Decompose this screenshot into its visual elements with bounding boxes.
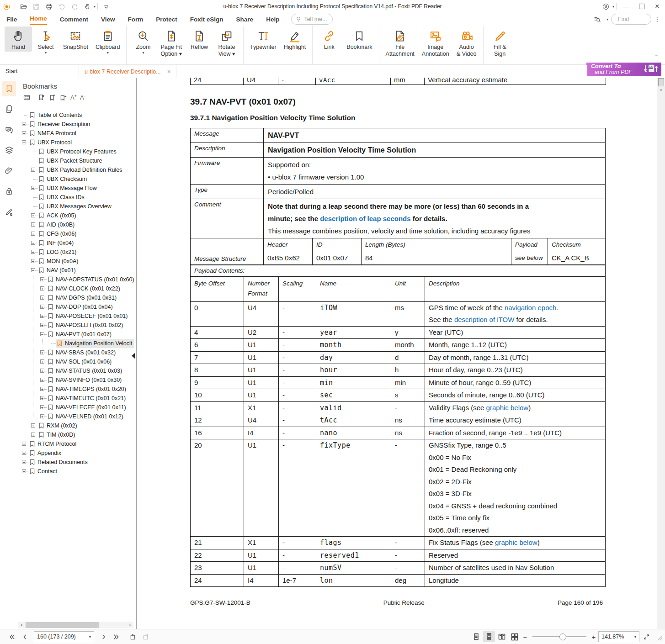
image-annotation-button[interactable]: ImageAnnotation	[418, 26, 453, 58]
bookmark-item[interactable]: UBX Class IDs	[18, 193, 136, 202]
page-fit-option-button[interactable]: Page FitOption ▾	[157, 26, 186, 58]
menu-tab-protect[interactable]: Protect	[156, 14, 177, 25]
bookmarks-nav-icon[interactable]	[2, 81, 16, 96]
doc-link[interactable]: description of iTOW	[454, 316, 514, 323]
delete-bookmark-icon[interactable]	[37, 94, 45, 101]
hscroll-thumb[interactable]	[26, 622, 99, 628]
bookmark-item[interactable]: +UBX Message Flow	[18, 184, 136, 193]
document-tab-active[interactable]: u-blox 7 Receiver Descriptio...×	[79, 65, 176, 78]
highlight-button[interactable]: Highlight	[280, 26, 310, 52]
clipboard-button[interactable]: Clipboard▾	[92, 26, 124, 56]
expand-toggle[interactable]: +	[31, 241, 35, 245]
expand-toggle[interactable]: +	[31, 213, 35, 217]
zoom-level-field[interactable]: 141.87% ▾	[598, 631, 639, 642]
bookmark-item[interactable]: +INF (0x04)	[18, 238, 136, 248]
expand-toggle[interactable]: +	[31, 186, 35, 190]
collapse-toggle[interactable]: −	[40, 332, 44, 336]
expand-toggle[interactable]: +	[40, 359, 44, 364]
collapse-toggle[interactable]: −	[31, 268, 35, 272]
expand-toggle[interactable]: +	[40, 296, 44, 300]
zoom-out-icon[interactable]: −	[522, 633, 528, 641]
expand-toggle[interactable]: +	[40, 414, 44, 418]
last-page-icon[interactable]	[111, 632, 122, 642]
close-tab-icon[interactable]: ×	[167, 68, 171, 75]
bookmark-item[interactable]: +Receiver Description	[18, 120, 136, 129]
expand-toggle[interactable]: +	[31, 423, 35, 428]
doc-link[interactable]: navigation epoch.	[505, 304, 559, 311]
expand-toggle[interactable]: +	[40, 286, 44, 290]
expand-font-icon[interactable]: A+	[70, 94, 77, 101]
expand-toggle[interactable]: +	[40, 396, 44, 400]
undo-icon[interactable]	[57, 1, 67, 11]
bookmark-item[interactable]: +NAV-VELECEF (0x01 0x11)	[18, 403, 136, 412]
bookmark-item[interactable]: +NAV-POSECEF (0x01 0x01)	[18, 311, 136, 321]
bookmark-item[interactable]: +CFG (0x06)	[18, 229, 136, 238]
expand-toggle[interactable]: +	[31, 250, 35, 254]
bookmark-item[interactable]: UBX Messages Overview	[18, 202, 136, 211]
page-field-caret[interactable]: ▾	[89, 635, 91, 639]
continuous-view-icon[interactable]	[483, 631, 495, 642]
expand-toggle[interactable]: +	[22, 451, 26, 455]
bookmark-item[interactable]: +MON (0x0A)	[18, 257, 136, 266]
open-file-icon[interactable]	[18, 1, 28, 11]
facing-view-icon[interactable]	[496, 631, 508, 642]
account-caret[interactable]: ▾	[612, 5, 614, 9]
expand-toggle[interactable]: +	[40, 314, 44, 318]
first-page-icon[interactable]	[6, 632, 17, 642]
more-options-dots-icon[interactable]: ⋮	[654, 16, 660, 23]
doc-link[interactable]: graphic below	[495, 538, 537, 546]
snapshot-button[interactable]: SnapShot	[59, 26, 92, 52]
file-attachment-button[interactable]: FileAttachment	[382, 26, 418, 58]
find-input[interactable]	[617, 16, 647, 23]
bookmark-item[interactable]: UBX Packet Structure	[18, 156, 136, 165]
bookmark-item[interactable]: +NAV-TIMEUTC (0x01 0x21)	[18, 394, 136, 403]
expand-toggle[interactable]: +	[40, 387, 44, 391]
collapse-ribbon-chevron-icon[interactable]: ⌃	[654, 54, 659, 60]
page-number-field[interactable]: 160 (173 / 209) ▾	[34, 631, 94, 642]
bookmark-item[interactable]: +NAV-SBAS (0x01 0x32)	[18, 348, 136, 357]
bookmarks-hscrollbar[interactable]: ‹ ›	[18, 622, 133, 628]
redo-icon[interactable]	[69, 1, 80, 11]
expand-toggle[interactable]: +	[22, 122, 26, 126]
zoom-slider-knob[interactable]	[559, 633, 566, 640]
bookmark-item[interactable]: +NAV-SVINFO (0x01 0x30)	[18, 375, 136, 385]
expand-toggle[interactable]: +	[31, 232, 35, 236]
bookmark-item[interactable]: +NAV-CLOCK (0x01 0x22)	[18, 284, 136, 293]
document-tab-start[interactable]: Start	[0, 65, 79, 78]
rotate-view-button[interactable]: RotateView ▾	[213, 26, 240, 58]
tell-me-search[interactable]: Tell me...	[291, 14, 333, 25]
expand-toggle[interactable]: +	[31, 433, 35, 437]
bookmark-item[interactable]: +NAV-AOPSTATUS (0x01 0x60)	[18, 275, 136, 284]
comments-nav-icon[interactable]	[2, 122, 16, 137]
vscroll-up-arrow-icon[interactable]: ⌃	[657, 89, 665, 94]
expand-toggle[interactable]: +	[31, 222, 35, 227]
bookmark-item[interactable]: Table of Contents	[18, 111, 136, 120]
bookmark-item[interactable]: +NAV-DGPS (0x01 0x31)	[18, 293, 136, 302]
print-icon[interactable]	[44, 1, 54, 11]
maximize-button[interactable]	[634, 0, 649, 13]
bookmark-item[interactable]: +UBX Payload Definition Rules	[18, 165, 136, 174]
hand-button[interactable]: Hand	[5, 26, 32, 52]
bookmark-item[interactable]: −NAV-PVT (0x01 0x07)	[18, 330, 136, 339]
bookmark-item[interactable]: +Contact	[18, 467, 136, 476]
bookmark-item[interactable]: +RTCM Protocol	[18, 439, 136, 449]
previous-view-icon[interactable]	[127, 632, 138, 642]
zoom-field-caret[interactable]: ▾	[634, 635, 636, 639]
expand-toggle[interactable]: +	[22, 442, 26, 446]
save-icon[interactable]	[31, 1, 41, 11]
bookmark-item[interactable]: +TIM (0x0D)	[18, 430, 136, 439]
doc-link[interactable]: graphic below	[486, 404, 529, 412]
menu-tab-home[interactable]: Home	[30, 13, 47, 25]
signature-nav-icon[interactable]	[2, 204, 16, 220]
layers-nav-icon[interactable]	[2, 143, 16, 158]
bookmark-item[interactable]: −UBX Protocol	[18, 138, 136, 147]
menu-tab-form[interactable]: Form	[128, 14, 144, 25]
vscroll-thumb[interactable]	[658, 78, 664, 86]
security-nav-icon[interactable]	[2, 184, 16, 199]
advanced-search-caret[interactable]: ▾	[606, 17, 608, 21]
bookmark-item[interactable]: +Related Documents	[18, 458, 136, 467]
audio-video-button[interactable]: Audio& Video	[453, 26, 480, 58]
expand-toggle[interactable]: +	[22, 469, 26, 473]
expand-toggle[interactable]: +	[31, 168, 35, 172]
bookmark-item[interactable]: +NMEA Protocol	[18, 129, 136, 138]
